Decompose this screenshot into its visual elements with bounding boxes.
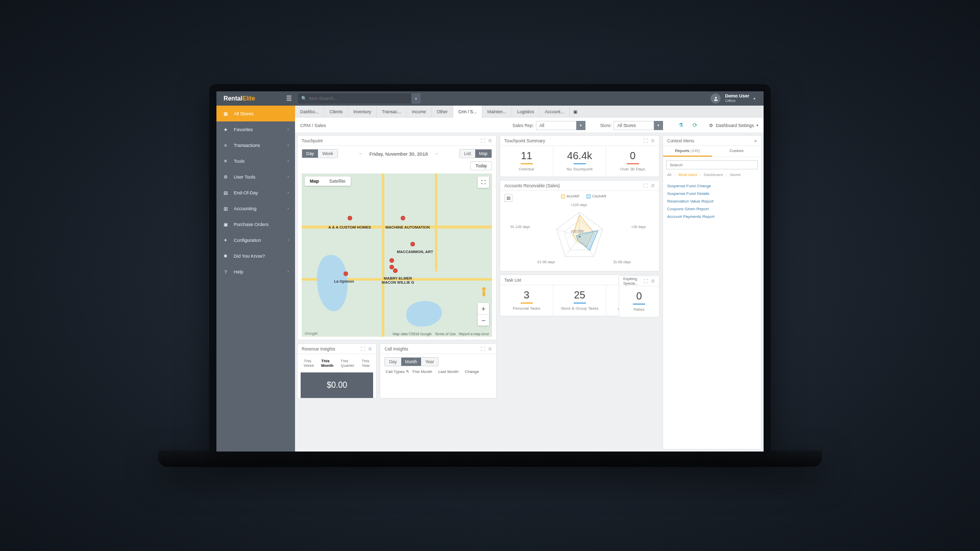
- kpi-over-30[interactable]: 0Over 30 Days: [606, 146, 659, 177]
- tab-transactions[interactable]: Transac...: [377, 106, 406, 118]
- tab-crm-sales[interactable]: Crm / S...: [453, 106, 482, 118]
- tab-this-week[interactable]: This Week: [301, 357, 317, 369]
- chevron-down-icon[interactable]: ▾: [576, 121, 585, 130]
- sidenav-tools[interactable]: ✕Tools›: [216, 153, 295, 169]
- map-pin[interactable]: [410, 242, 415, 246]
- seg-map[interactable]: Map: [475, 149, 492, 158]
- expand-icon[interactable]: ⛶: [481, 346, 485, 352]
- expand-icon[interactable]: ⛶: [481, 138, 485, 143]
- map-pin[interactable]: [348, 216, 352, 220]
- map[interactable]: A & A CUSTOM HOMES MACHINE AUTOMATION MA…: [302, 173, 492, 337]
- kpi-no-touchpoint[interactable]: 46.4kNo Touchpoint: [553, 146, 606, 177]
- tab-accounting[interactable]: Account...: [540, 106, 570, 118]
- store-select[interactable]: All Stores▾: [614, 121, 654, 130]
- gear-icon[interactable]: ⚙: [368, 346, 372, 352]
- tab-income[interactable]: Income: [407, 106, 432, 118]
- context-search-input[interactable]: [667, 161, 757, 169]
- filter-all[interactable]: All: [667, 172, 671, 177]
- report-link[interactable]: Account Payments Report: [667, 213, 757, 220]
- kpi-personal[interactable]: 3Personal Tasks: [500, 285, 553, 316]
- sidenav-did-you-know[interactable]: ✺Did You Know?: [216, 248, 295, 264]
- tab-other[interactable]: Other: [432, 106, 453, 118]
- terms-link[interactable]: Terms of Use: [435, 332, 456, 336]
- map-pin[interactable]: [393, 268, 398, 273]
- gear-icon[interactable]: ⚙: [651, 279, 655, 284]
- sidenav-accounting[interactable]: ▥Accounting›: [216, 201, 295, 216]
- dashboard-settings[interactable]: ⚙ Dashboard Settings ▾: [709, 123, 758, 128]
- chevron-down-icon[interactable]: ▾: [654, 121, 663, 130]
- calendar-icon[interactable]: ▦: [504, 194, 512, 202]
- sidenav-all-stores[interactable]: ▦All Stores: [216, 106, 295, 121]
- seg-day[interactable]: Day: [385, 358, 401, 366]
- gear-icon[interactable]: ⚙: [488, 138, 492, 143]
- global-search[interactable]: 🔍 ▾: [298, 93, 421, 104]
- edit-icon[interactable]: ✎: [406, 369, 409, 374]
- gear-icon[interactable]: ⚙: [651, 183, 655, 188]
- filter-icon[interactable]: ⚗: [677, 122, 685, 129]
- refresh-icon[interactable]: ⟳: [691, 122, 699, 129]
- tab-logistics[interactable]: Logistics: [512, 106, 540, 118]
- kpi-overdue[interactable]: 11Overdue: [500, 146, 553, 177]
- map-pin[interactable]: [401, 216, 405, 220]
- search-dropdown-icon[interactable]: ▾: [411, 93, 421, 104]
- sales-rep-select[interactable]: All▾: [536, 121, 577, 130]
- report-link[interactable]: Coupons Given Report: [667, 205, 757, 213]
- expand-icon[interactable]: ⛶: [361, 346, 365, 352]
- seg-list-map: List Map: [459, 149, 492, 158]
- report-link[interactable]: Report a map error: [459, 332, 489, 336]
- menu-icon[interactable]: ≡: [754, 138, 757, 143]
- menu-toggle-icon[interactable]: ☰: [286, 95, 292, 102]
- svg-point-13: [579, 236, 581, 238]
- tab-clients[interactable]: Clients: [324, 106, 348, 118]
- tab-maintenance[interactable]: Mainten...: [482, 106, 512, 118]
- sidenav-configuration[interactable]: ✦Configuration›: [216, 232, 295, 248]
- expand-icon[interactable]: ⛶: [644, 183, 648, 188]
- expand-icon[interactable]: ⛶: [644, 138, 648, 143]
- context-search[interactable]: [666, 160, 758, 169]
- seg-day[interactable]: Day: [302, 149, 318, 158]
- gear-icon[interactable]: ⚙: [488, 346, 492, 352]
- map-type-map[interactable]: Map: [305, 177, 324, 186]
- zoom-in-icon[interactable]: +: [478, 303, 489, 314]
- kpi-rates[interactable]: 0Rates: [619, 286, 659, 317]
- user-menu[interactable]: Demo User Office ▾: [710, 93, 764, 104]
- tab-this-year[interactable]: This Year: [358, 357, 373, 369]
- filter-dashboard[interactable]: Dashboard: [704, 172, 723, 177]
- map-pin[interactable]: [344, 271, 348, 276]
- add-tab-icon[interactable]: ▣: [570, 106, 581, 118]
- seg-year[interactable]: Year: [421, 358, 438, 366]
- tab-this-month[interactable]: This Month: [318, 357, 336, 369]
- zoom-out-icon[interactable]: −: [478, 314, 489, 325]
- pegman-icon[interactable]: [479, 287, 488, 299]
- sidenav-purchase-orders[interactable]: ▣Purchase Orders: [216, 216, 295, 232]
- report-link[interactable]: Suspense Fund Change: [667, 182, 757, 190]
- gear-icon[interactable]: ⚙: [651, 138, 655, 143]
- report-link[interactable]: Suspense Fund Details: [667, 190, 757, 197]
- tab-custom[interactable]: Custom: [712, 146, 761, 157]
- tab-reports[interactable]: Reports (245): [663, 146, 712, 157]
- today-button[interactable]: Today: [470, 161, 492, 170]
- report-link[interactable]: Reservation Value Report: [667, 197, 757, 205]
- sidenav-end-of-day[interactable]: ▤End-Of-Day›: [216, 185, 295, 201]
- next-day-icon[interactable]: →: [434, 151, 438, 156]
- prev-day-icon[interactable]: ←: [359, 151, 363, 156]
- filter-most-used[interactable]: Most Used: [678, 172, 697, 177]
- tab-dashboard[interactable]: Dashbo...: [295, 106, 324, 118]
- sidenav-help[interactable]: ?Help›: [216, 264, 295, 280]
- expand-icon[interactable]: ⛶: [644, 279, 648, 284]
- map-pin[interactable]: [389, 258, 394, 263]
- sidenav-favorites[interactable]: ★Favorites›: [216, 121, 295, 137]
- search-input[interactable]: [307, 96, 418, 101]
- seg-list[interactable]: List: [460, 149, 475, 158]
- kpi-store-group[interactable]: 25Store & Group Tasks: [553, 285, 606, 316]
- seg-month[interactable]: Month: [401, 358, 422, 366]
- map-type-satellite[interactable]: Satellite: [324, 177, 351, 186]
- sidenav-user-tools[interactable]: ⚙User Tools›: [216, 169, 295, 185]
- fullscreen-icon[interactable]: ⛶: [478, 177, 489, 188]
- seg-week[interactable]: Week: [318, 149, 337, 158]
- chevron-down-icon: ▾: [753, 96, 755, 101]
- sidenav-transactions[interactable]: ≡Transactions›: [216, 137, 295, 153]
- filter-saved[interactable]: Saved: [730, 172, 741, 177]
- tab-this-quarter[interactable]: This Quarter: [337, 357, 357, 369]
- tab-inventory[interactable]: Inventory: [348, 106, 377, 118]
